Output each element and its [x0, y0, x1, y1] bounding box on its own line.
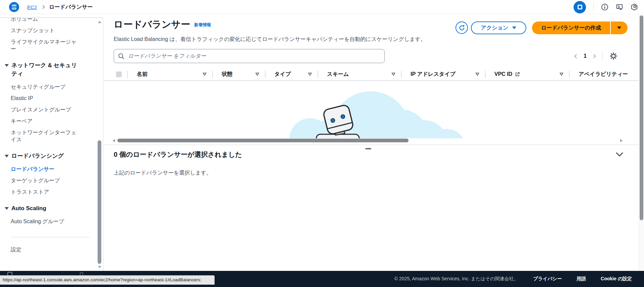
sidebar-item-load-balancers[interactable]: ロードバランサー — [11, 165, 78, 173]
copyright-text: © 2025, Amazon Web Services, Inc. またはその関… — [394, 276, 519, 282]
caret-down-icon — [5, 64, 9, 67]
info-icon[interactable] — [601, 3, 608, 11]
page-scrollbar — [639, 14, 644, 271]
caret-down-icon — [617, 27, 621, 29]
caret-down-icon — [512, 27, 516, 29]
panel-divider — [104, 145, 639, 145]
caret-down-icon — [5, 207, 9, 210]
sort-icon — [255, 73, 259, 76]
external-link-icon — [515, 72, 520, 77]
browser-status-url-tooltip: https://ap-northeast-1.console.aws.amazo… — [0, 275, 215, 285]
scroll-right-icon[interactable] — [620, 139, 623, 142]
pagination: 1 — [575, 49, 618, 63]
column-header-type[interactable]: タイプ — [265, 68, 318, 81]
split-panel-drag-handle[interactable] — [365, 148, 371, 149]
breadcrumb-current: ロードバランサー — [49, 4, 93, 11]
current-page-number: 1 — [584, 53, 587, 59]
sort-icon — [475, 73, 479, 76]
sidebar-item-settings[interactable]: 設定 — [11, 246, 88, 253]
sidebar-item-trust-stores[interactable]: トラストストア — [11, 188, 78, 195]
sidebar-item-auto-scaling-groups[interactable]: Auto Scaling グループ — [11, 218, 78, 225]
select-all-checkbox[interactable] — [116, 71, 122, 77]
column-header-state[interactable]: 状態 — [212, 68, 265, 81]
selection-panel-instruction: 上記のロードバランサーを選択します。 — [114, 170, 212, 177]
robot-empty-state-illustration — [282, 81, 470, 138]
sidebar-item-lifecycle-manager[interactable]: ライフサイクルマネージャー — [11, 38, 78, 52]
select-all-cell — [104, 68, 127, 81]
refresh-button[interactable] — [455, 21, 468, 34]
filter-input[interactable] — [114, 49, 385, 63]
sidebar-item-elastic-ip[interactable]: Elastic IP — [11, 95, 78, 102]
column-header-scheme[interactable]: スキーム — [318, 68, 401, 81]
scroll-down-icon[interactable] — [98, 266, 101, 268]
sidebar-scrollbar — [97, 18, 102, 271]
create-load-balancer-split-button: ロードバランサーの作成 — [532, 21, 628, 34]
page-header: ロードバランサー 新着情報 — [114, 19, 211, 30]
sidebar-section-auto-scaling[interactable]: Auto Scaling — [5, 204, 77, 212]
sidebar-item-volumes[interactable]: ボリューム — [11, 17, 78, 22]
footer-links: © 2025, Amazon Web Services, Inc. またはその関… — [394, 271, 632, 287]
partial-icon — [80, 272, 83, 275]
sidebar-section-network-security[interactable]: ネットワーク & セキュリティ — [5, 61, 77, 78]
sort-icon — [308, 73, 312, 76]
column-header-name[interactable]: 名前 — [127, 68, 212, 81]
footer-link-privacy[interactable]: プライバシー — [533, 276, 562, 282]
sidebar-item-snapshots[interactable]: スナップショット — [11, 27, 78, 34]
caret-down-icon — [5, 155, 9, 157]
column-header-vpc-id[interactable]: VPC ID — [485, 68, 569, 81]
page-scrollbar-thumb[interactable] — [640, 15, 643, 220]
next-page-icon[interactable] — [592, 54, 596, 58]
cloudshell-icon[interactable] — [616, 3, 623, 11]
scroll-up-icon[interactable] — [98, 21, 101, 23]
footer-link-cookie-settings[interactable]: Cookie の設定 — [601, 276, 632, 282]
sidebar-item-placement-groups[interactable]: プレイスメントグループ — [11, 106, 78, 113]
topnav-actions — [574, 0, 638, 14]
divider — [593, 3, 594, 11]
sidebar-item-network-interfaces[interactable]: ネットワークインターフェイス — [11, 129, 78, 143]
sidebar-item-target-groups[interactable]: ターゲットグループ — [11, 177, 78, 184]
sidebar-item-key-pairs[interactable]: キーペア — [11, 117, 78, 125]
table-header-row: 名前 状態 タイプ スキーム IP アドレスタイプ VPC ID — [104, 68, 639, 81]
column-header-availability[interactable]: アベイラビリティー — [569, 68, 639, 81]
create-dropdown-button[interactable] — [611, 21, 628, 34]
collapse-panel-chevron-icon[interactable] — [615, 152, 624, 157]
sort-icon — [559, 73, 564, 76]
top-navigation-bar: EC2 ロードバランサー — [0, 0, 644, 14]
selection-panel-title: 0 個のロードバランサーが選択されました — [114, 150, 242, 159]
scroll-left-icon[interactable] — [113, 139, 115, 142]
menu-hamburger-button[interactable] — [9, 2, 19, 12]
settings-hexagon-icon[interactable] — [631, 3, 638, 11]
horizontal-scrollbar-thumb[interactable] — [117, 139, 409, 142]
aws-ec2-console: EC2 ロードバランサー ボリューム スナップショット ライフサイクルマネージャ… — [0, 0, 644, 287]
footer-link-terms[interactable]: 用語 — [577, 276, 586, 282]
actions-dropdown-button[interactable]: アクション — [471, 21, 526, 34]
column-header-ip-type[interactable]: IP アドレスタイプ — [401, 68, 485, 81]
sidebar-scrollbar-thumb[interactable] — [98, 140, 101, 264]
create-load-balancer-button[interactable]: ロードバランサーの作成 — [532, 21, 610, 34]
sidebar-item-security-groups[interactable]: セキュリティグループ — [11, 83, 78, 90]
breadcrumb: EC2 ロードバランサー — [27, 0, 93, 14]
previous-page-icon[interactable] — [574, 54, 579, 58]
divider — [602, 50, 602, 62]
sidebar-section-load-balancing[interactable]: ロードバランシング — [5, 152, 77, 160]
new-info-link[interactable]: 新着情報 — [194, 22, 211, 28]
sort-icon — [391, 73, 395, 76]
breadcrumb-ec2-link[interactable]: EC2 — [27, 4, 37, 10]
preferences-gear-icon[interactable] — [609, 52, 618, 60]
page-description: Elastic Load Balancing は、着信トラフィックの変化に応じて… — [114, 36, 426, 43]
split-view-icon[interactable] — [574, 1, 586, 13]
page-title: ロードバランサー — [114, 19, 190, 30]
sidebar-navigation: ボリューム スナップショット ライフサイクルマネージャー ネットワーク & セキ… — [0, 17, 103, 271]
chevron-right-icon — [41, 5, 45, 9]
refresh-icon — [459, 25, 465, 31]
sort-icon — [203, 73, 207, 76]
sidebar-divider — [11, 237, 90, 237]
feedback-icon[interactable] — [7, 272, 12, 275]
sidebar-list: ボリューム スナップショット ライフサイクルマネージャー ネットワーク & セキ… — [0, 17, 103, 253]
